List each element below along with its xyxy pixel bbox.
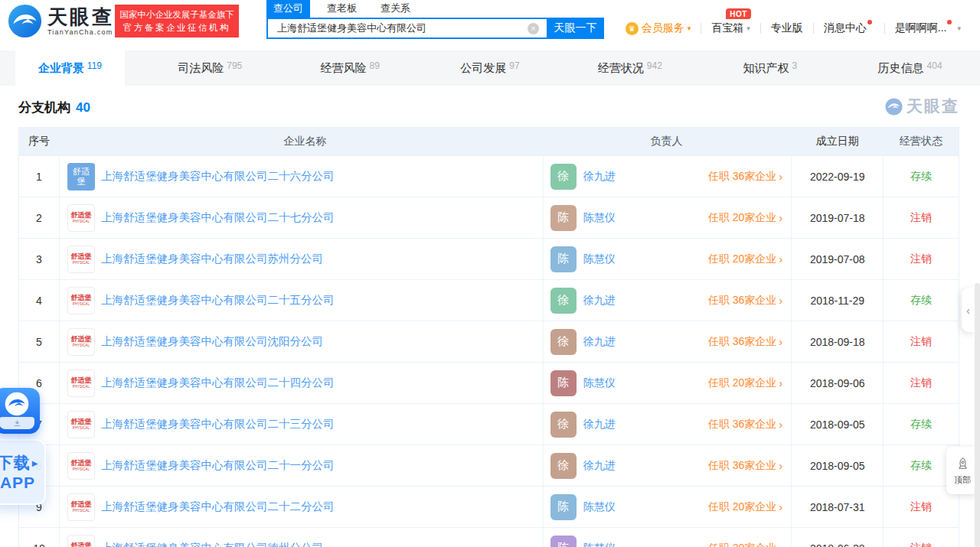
person-name-link[interactable]: 徐九进 [583, 170, 616, 184]
menu-toolbox[interactable]: HOT 百宝箱 ▾ [701, 21, 760, 35]
positions-link[interactable]: 任职 20家企业 › [708, 211, 782, 225]
clear-search-icon[interactable]: × [528, 23, 539, 34]
person-cell: 陈 陈慧仪 任职 20家企业 › [544, 363, 792, 403]
search-input[interactable] [266, 18, 547, 39]
menu-pro-version[interactable]: 专业版 [761, 21, 813, 35]
company-name-link[interactable]: 上海舒适堡健身美容中心有限公司二十五分公司 [101, 293, 335, 308]
company-logo[interactable]: 舒适堡 PHYSICAL [67, 328, 95, 356]
row-index: 5 [19, 321, 60, 362]
company-logo-text: 舒适堡 [70, 252, 91, 260]
person-cell: 徐 徐九进 任职 36家企业 › [544, 280, 792, 321]
person-avatar[interactable]: 陈 [550, 370, 577, 396]
company-logo-text: 舒适堡 [70, 459, 91, 467]
tab-operation-status[interactable]: 经营状况942 [560, 50, 700, 86]
person-name-link[interactable]: 陈慧仪 [583, 252, 616, 266]
menu-vip-services[interactable]: ♛ 会员服务 ▾ [616, 21, 701, 35]
date-cell: 2018-09-06 [792, 363, 884, 403]
app-label: APP [0, 474, 35, 492]
crown-icon: ♛ [626, 22, 639, 35]
company-name-link[interactable]: 上海舒适堡健身美容中心有限公司二十七分公司 [101, 210, 335, 225]
company-name-link[interactable]: 上海舒适堡健身美容中心有限公司二十四分公司 [101, 376, 335, 390]
person-avatar[interactable]: 陈 [550, 246, 577, 272]
company-logo[interactable]: 舒适堡 PHYSICAL [67, 535, 95, 547]
tab-operation-risk[interactable]: 经营风险89 [280, 50, 420, 86]
positions-link[interactable]: 任职 20家企业 › [708, 376, 782, 390]
company-logo[interactable]: 舒适堡 PHYSICAL [67, 204, 95, 232]
table-row: 5 舒适堡 PHYSICAL 上海舒适堡健身美容中心有限公司沈阳分公司 徐 徐九… [19, 321, 959, 362]
company-logo[interactable]: 舒适堡 PHYSICAL [67, 452, 95, 480]
person-name-link[interactable]: 陈慧仪 [583, 500, 616, 514]
person-name-link[interactable]: 徐九进 [583, 294, 616, 308]
date-cell: 2018-09-05 [792, 445, 884, 486]
company-cell: 舒适堡 PHYSICAL 上海舒适堡健身美容中心有限公司二十四分公司 [60, 363, 544, 403]
status-cell: 注销 [884, 528, 959, 547]
company-name-link[interactable]: 上海舒适堡健身美容中心有限公司苏州分公司 [101, 252, 323, 266]
person-avatar[interactable]: 徐 [550, 288, 577, 314]
branch-table: 序号 企业名称 负责人 成立日期 经营状态 1 舒适 堡 上海舒适堡健身美容中心… [18, 127, 959, 547]
company-logo[interactable]: 舒适堡 PHYSICAL [67, 493, 95, 521]
company-name-link[interactable]: 上海舒适堡健身美容中心有限公司二十六分公司 [101, 169, 335, 184]
company-name-link[interactable]: 上海舒适堡健身美容中心有限公司二十三分公司 [101, 417, 335, 431]
company-logo-text: 舒适堡 [70, 211, 91, 219]
tab-intellectual-property[interactable]: 知识产权3 [700, 50, 840, 86]
person-name-link[interactable]: 陈慧仪 [583, 542, 616, 547]
company-logo[interactable]: 舒适 堡 [67, 163, 95, 190]
positions-link[interactable]: 任职 20家企业 › [708, 542, 782, 547]
row-index: 10 [19, 528, 60, 547]
company-name-link[interactable]: 上海舒适堡健身美容中心有限公司二十二分公司 [101, 500, 335, 514]
company-logo-text: 舒适堡 [70, 335, 91, 343]
company-cell: 舒适堡 PHYSICAL 上海舒适堡健身美容中心有限公司沈阳分公司 [60, 321, 544, 362]
search-tab-company[interactable]: 查公司 [266, 0, 310, 18]
page: 天眼查 TianYanCha.com 国家中小企业发展子基金旗下 官方备案企业征… [0, 0, 980, 547]
tab-history-info[interactable]: 历史信息404 [840, 50, 980, 86]
company-logo[interactable]: 舒适堡 PHYSICAL [67, 370, 95, 397]
positions-link[interactable]: 任职 36家企业 › [708, 335, 782, 349]
person-avatar[interactable]: 徐 [550, 453, 577, 479]
tab-judicial-risk[interactable]: 司法风险795 [140, 50, 280, 86]
tab-company-background[interactable]: 企业背景119 [0, 50, 140, 86]
positions-link[interactable]: 任职 36家企业 › [708, 459, 782, 473]
positions-text: 任职 20家企业 [708, 542, 776, 547]
tab-company-development[interactable]: 公司发展97 [420, 50, 560, 86]
company-cell: 舒适堡 PHYSICAL 上海舒适堡健身美容中心有限公司二十七分公司 [60, 197, 544, 238]
person-name-link[interactable]: 徐九进 [583, 335, 616, 349]
person-avatar[interactable]: 陈 [550, 536, 577, 547]
company-name-link[interactable]: 上海舒适堡健身美容中心有限公司二十一分公司 [101, 458, 335, 473]
section-header: 分支机构 40 [18, 99, 90, 116]
positions-link[interactable]: 任职 36家企业 › [708, 294, 782, 308]
scrollbar-thumb[interactable] [975, 283, 980, 547]
company-name-link[interactable]: 上海舒适堡健身美容中心有限公司德州分公司 [101, 541, 323, 547]
person-avatar[interactable]: 陈 [550, 205, 577, 231]
tianyancha-logo[interactable]: 天眼查 TianYanCha.com [8, 4, 114, 38]
company-cell: 舒适堡 PHYSICAL 上海舒适堡健身美容中心有限公司苏州分公司 [60, 239, 544, 279]
person-name-link[interactable]: 徐九进 [583, 418, 616, 431]
menu-account[interactable]: 是啊啊啊... ▾ [885, 21, 971, 35]
brand-domain: TianYanCha.com [47, 29, 114, 36]
positions-link[interactable]: 任职 36家企业 › [708, 170, 782, 184]
back-to-top-button[interactable]: 顶部 [946, 447, 978, 494]
positions-link[interactable]: 任职 36家企业 › [708, 418, 782, 431]
certification-badge: 国家中小企业发展子基金旗下 官方备案企业征信机构 [115, 5, 239, 37]
person-avatar[interactable]: 徐 [550, 164, 577, 190]
chevron-right-icon: › [779, 252, 782, 265]
person-avatar[interactable]: 陈 [550, 494, 577, 520]
company-name-link[interactable]: 上海舒适堡健身美容中心有限公司沈阳分公司 [101, 334, 323, 349]
search-button[interactable]: 天眼一下 [547, 18, 604, 39]
person-name-link[interactable]: 陈慧仪 [583, 376, 616, 390]
download-app-button[interactable]: 下载 ▶ APP [0, 439, 46, 505]
app-download-widget[interactable] [0, 388, 40, 434]
company-logo[interactable]: 舒适堡 PHYSICAL [67, 246, 95, 273]
person-avatar[interactable]: 徐 [550, 329, 577, 355]
positions-link[interactable]: 任职 20家企业 › [708, 500, 782, 514]
side-drawer-toggle[interactable]: ‹ [962, 288, 975, 332]
positions-link[interactable]: 任职 20家企业 › [708, 252, 782, 266]
tab-count: 119 [87, 60, 102, 71]
person-avatar[interactable]: 徐 [550, 412, 577, 438]
company-logo[interactable]: 舒适堡 PHYSICAL [67, 411, 95, 438]
company-logo[interactable]: 舒适堡 PHYSICAL [67, 287, 95, 314]
search-tab-boss[interactable]: 查老板 [320, 0, 364, 18]
person-name-link[interactable]: 徐九进 [583, 459, 616, 473]
search-tab-relation[interactable]: 查关系 [374, 0, 417, 18]
menu-message-center[interactable]: 消息中心 [814, 21, 884, 35]
person-name-link[interactable]: 陈慧仪 [583, 211, 616, 225]
